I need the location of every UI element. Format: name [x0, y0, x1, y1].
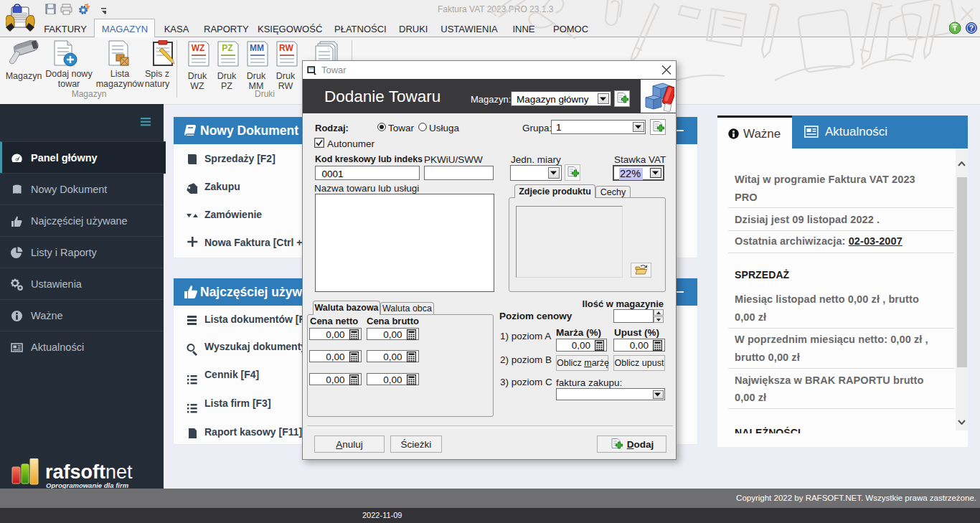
svg-text:PZ: PZ [222, 43, 232, 53]
svg-text:?: ? [969, 24, 974, 32]
svg-text:rafsoftnet: rafsoftnet [45, 461, 133, 483]
svg-text:WZ: WZ [192, 43, 205, 53]
svg-text:MM: MM [250, 43, 264, 53]
svg-text:RW: RW [279, 43, 293, 53]
